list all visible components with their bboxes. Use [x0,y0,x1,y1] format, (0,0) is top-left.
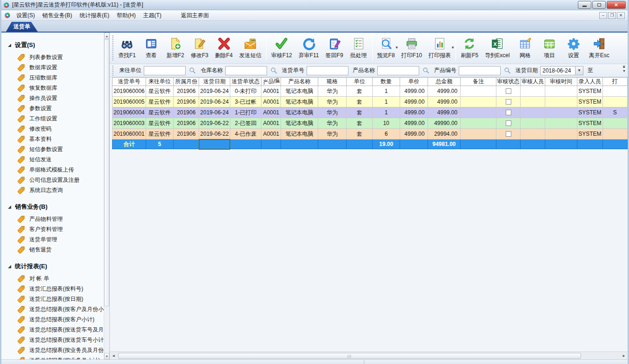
table-cell[interactable] [545,118,577,129]
sidebar-item[interactable]: 恢复数据库 [1,83,104,93]
table-cell[interactable]: 0-未打印 [230,86,261,97]
sidebar-item[interactable]: 短信发送 [1,154,104,165]
sidebar-scrollbar[interactable]: ▲ ▼ [104,33,109,359]
restore-button[interactable] [592,1,606,9]
table-cell[interactable]: 4999.00 [428,86,461,97]
table-cell[interactable] [545,129,577,139]
sidebar-item[interactable]: 基本资料 [1,134,104,144]
sidebar-item[interactable]: 产品物料管理 [1,214,104,224]
table-cell[interactable]: S [602,107,627,118]
column-header-0[interactable]: 送货单号 [113,78,146,86]
table-cell[interactable]: A0001 [261,107,281,118]
sidebar-item[interactable]: 对 帐 单 [1,273,104,284]
toolbar-button-settings[interactable]: 设置 [562,34,586,62]
filter-input-warehouse[interactable] [225,66,267,75]
table-cell[interactable]: 4999.00 [400,107,428,118]
table-cell[interactable]: 1 [373,97,400,107]
table-cell[interactable]: 201906 [174,107,199,118]
search-icon[interactable] [269,66,278,75]
column-header-15[interactable]: 审核时间 [545,78,577,86]
table-cell[interactable]: 1 [373,107,400,118]
table-cell[interactable]: A0001 [261,97,281,107]
toolbar-button-approve[interactable]: 审核F12 [268,34,295,62]
table-cell[interactable] [602,129,627,139]
toolbar-button-grid[interactable]: 网格 [513,34,537,62]
table-cell[interactable] [496,129,521,139]
table-row[interactable]: 2019060004星云软件2019062019-06-241-已打印A0001… [113,107,628,118]
column-header-5[interactable]: 产品编 [261,78,281,86]
toolbar-button-view[interactable]: 查看 [139,34,163,62]
table-cell[interactable] [521,107,545,118]
filterbar-grip[interactable] [112,66,114,76]
table-cell[interactable]: SYSTEM [577,107,602,118]
chevron-double-down-icon[interactable]: »▼ [622,65,626,73]
toolbar-button-send-sms[interactable]: SMS发送短信 [236,34,265,62]
table-cell[interactable]: SYSTEM [577,86,602,97]
column-header-12[interactable]: 备注 [461,78,496,86]
toolbar-button-batch[interactable]: 批处理 [347,34,371,62]
toolbar-button-project[interactable]: 项目 [537,34,562,62]
column-header-17[interactable]: 打 [602,78,627,86]
sidebar-item[interactable]: 短信参数设置 [1,144,104,154]
table-cell[interactable] [602,86,627,97]
toolbar-button-find[interactable]: 查找F1 [115,34,139,62]
toolbar-button-exit[interactable]: 离开Esc [586,34,613,62]
table-cell[interactable]: 2019-06-22 [199,129,230,139]
sidebar-item[interactable]: 数据库设置 [1,62,104,73]
filter-input-product-code[interactable] [459,66,501,75]
horizontal-scrollbar[interactable]: ◄ ||| ► [110,351,628,359]
table-cell[interactable] [545,97,577,107]
table-cell[interactable]: 星云软件 [146,86,174,97]
mdi-close-button[interactable]: ✕ [617,12,625,19]
table-cell[interactable] [545,107,577,118]
minimize-button[interactable] [578,1,591,9]
table-cell[interactable]: 4999.00 [428,107,461,118]
close-button[interactable]: ✕ [607,1,626,9]
menu-item-reports[interactable]: 统计报表(E) [76,10,113,21]
toolbar-grip[interactable] [112,35,114,61]
table-cell[interactable]: 华为 [318,97,347,107]
toolbar-button-print-report[interactable]: ▼打印报表 [425,34,454,62]
table-cell[interactable]: A0001 [261,118,281,129]
table-cell[interactable]: 星云软件 [146,107,174,118]
sidebar-item[interactable]: 送货汇总报表(按料号) [1,284,104,294]
toolbar-button-preview[interactable]: ▼预览F8 [374,34,398,62]
column-header-3[interactable]: 送货日期 [199,78,230,86]
sidebar-item[interactable]: 送货汇总报表(按日期) [1,294,104,304]
mdi-restore-button[interactable]: ❐ [608,12,616,19]
scroll-left-icon[interactable]: ◄ [110,352,117,359]
filter-input-product-name[interactable] [377,66,419,75]
column-header-14[interactable]: 审核人员 [521,78,545,86]
table-cell[interactable]: 华为 [318,107,347,118]
scroll-down-icon[interactable]: ▼ [104,353,109,359]
table-cell[interactable] [496,118,521,129]
sidebar-item[interactable]: 送货总结报表(按业务员小计) [1,355,104,359]
search-icon[interactable] [188,66,196,75]
sidebar-item[interactable]: 送货单管理 [1,234,104,245]
scrollbar-thumb[interactable]: ||| [118,353,581,359]
column-header-2[interactable]: 所属月份 [174,78,199,86]
table-cell[interactable]: 2019060005 [113,97,146,107]
sidebar-item[interactable]: 参数设置 [1,103,104,113]
table-cell[interactable]: 华为 [318,118,347,129]
sidebar-item[interactable]: 列表参数设置 [1,52,104,62]
mdi-minimize-button[interactable]: – [599,12,607,19]
table-cell[interactable]: SYSTEM [577,129,602,139]
sidebar-section-2[interactable]: 统计报表(E) [1,259,104,273]
table-row[interactable]: 2019060005星云软件2019062019-06-243-已过帐A0001… [113,97,628,107]
toolbar-button-sign-back[interactable]: 签回F9 [322,34,347,62]
table-cell[interactable]: 2019060004 [113,107,146,118]
scrollbar-thumb[interactable] [104,39,109,306]
table-cell[interactable]: 4-已作废 [230,129,261,139]
sidebar-item[interactable]: 送货总结报表(按客户及月份小 [1,304,104,314]
table-cell[interactable]: 2-已签回 [230,118,261,129]
menu-item-theme[interactable]: 主题(T) [140,10,165,21]
menu-item-return-main[interactable]: 返回主界面 [177,10,213,21]
table-cell[interactable] [602,97,627,107]
table-cell[interactable]: 4999.00 [400,118,428,129]
column-header-6[interactable]: 产品名称 [281,78,318,86]
table-cell[interactable]: 2019-06-22 [199,118,230,129]
table-cell[interactable]: A0001 [261,86,281,97]
toolbar-button-add[interactable]: 新增F2 [163,34,187,62]
table-cell[interactable]: 10 [373,118,400,129]
